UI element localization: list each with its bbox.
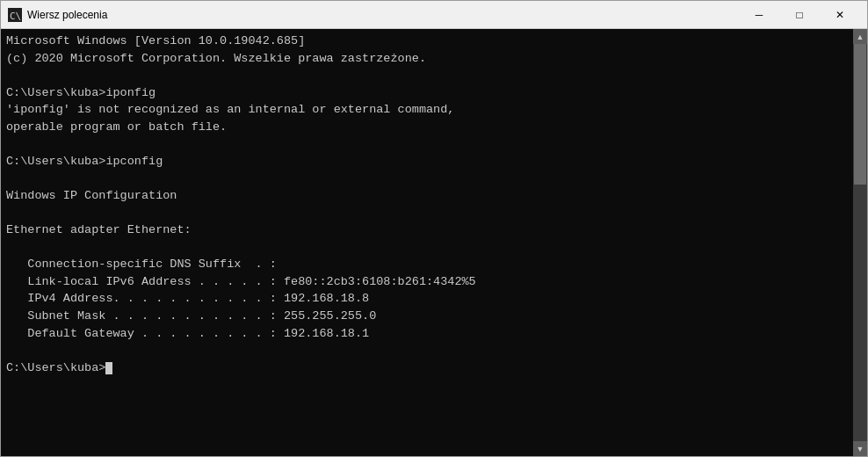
title-bar: C\ Wiersz polecenia ─ □ ✕ [1, 1, 867, 29]
close-button[interactable]: ✕ [820, 1, 860, 29]
cmd-window: C\ Wiersz polecenia ─ □ ✕ Microsoft Wind… [0, 0, 868, 457]
console-area: Microsoft Windows [Version 10.0.19042.68… [1, 29, 867, 456]
maximize-button[interactable]: □ [779, 1, 820, 29]
window-controls: ─ □ ✕ [739, 1, 860, 29]
scroll-up-button[interactable]: ▲ [853, 29, 867, 44]
scroll-down-button[interactable]: ▼ [853, 441, 867, 456]
console-output[interactable]: Microsoft Windows [Version 10.0.19042.68… [1, 29, 853, 456]
cursor [105, 362, 112, 374]
svg-text:C\: C\ [10, 11, 21, 22]
scrollbar: ▲ ▼ [853, 29, 867, 456]
scrollbar-track[interactable] [853, 44, 867, 441]
cmd-icon: C\ [8, 8, 22, 22]
scrollbar-thumb[interactable] [854, 44, 866, 185]
window-title: Wiersz polecenia [27, 9, 739, 21]
minimize-button[interactable]: ─ [739, 1, 779, 29]
